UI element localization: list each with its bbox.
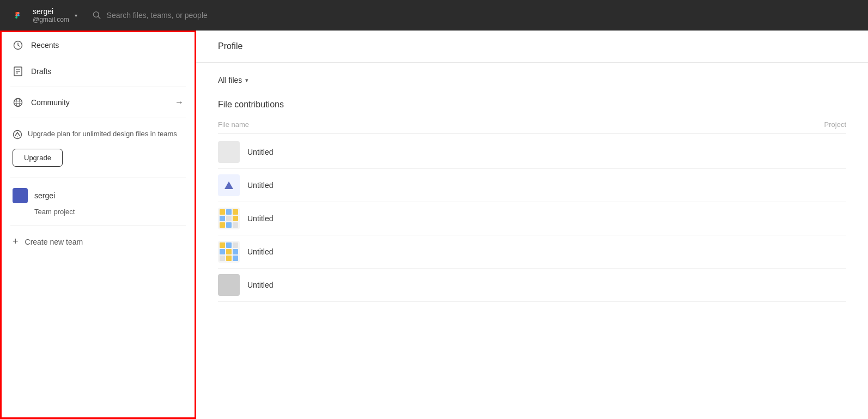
username-label: sergei (33, 7, 69, 16)
plus-icon: + (13, 236, 19, 247)
community-left: Community (13, 97, 70, 108)
col-filename-header: File name (218, 120, 249, 129)
sidebar-item-drafts[interactable]: Drafts (2, 58, 195, 84)
team-avatar (13, 188, 28, 203)
community-arrow-icon: → (175, 98, 184, 107)
upgrade-text-content: Upgrade plan for unlimited design files … (28, 129, 177, 139)
table-row[interactable]: Untitled (218, 202, 846, 235)
figma-logo (9, 7, 26, 24)
drafts-label: Drafts (31, 67, 51, 76)
profile-title: Profile (218, 41, 242, 51)
upgrade-icon (13, 129, 22, 142)
file-table-header: File name Project (218, 120, 846, 133)
file-thumbnail (218, 274, 240, 296)
file-thumbnail (218, 241, 240, 263)
clock-icon (13, 40, 23, 51)
file-name-label: Untitled (247, 214, 273, 223)
team-name-label: sergei (34, 191, 55, 200)
search-input[interactable] (107, 11, 851, 20)
sidebar-item-recents[interactable]: Recents (2, 32, 195, 58)
divider-2 (10, 118, 186, 118)
svg-line-1 (98, 16, 100, 18)
sidebar: Recents Drafts (0, 31, 196, 419)
draft-icon (13, 66, 23, 77)
divider-1 (10, 87, 186, 87)
file-info: Untitled (218, 208, 273, 229)
svg-point-8 (16, 99, 20, 107)
triangle-shape (224, 181, 233, 189)
file-name-label: Untitled (247, 148, 273, 156)
sidebar-item-community[interactable]: Community → (2, 89, 195, 116)
team-section: sergei Team project (2, 180, 195, 223)
user-chevron-icon: ▾ (75, 13, 77, 19)
all-files-filter[interactable]: All files ▾ (218, 76, 846, 84)
sidebar-item-team-project[interactable]: Team project (13, 208, 184, 216)
all-files-chevron-icon: ▾ (245, 77, 248, 84)
file-name-label: Untitled (247, 281, 273, 289)
col-project-header: Project (824, 120, 846, 129)
svg-point-7 (14, 99, 22, 107)
user-menu[interactable]: sergei @gmail.com ▾ (33, 7, 77, 23)
file-thumbnail (218, 174, 240, 196)
community-label: Community (31, 98, 70, 107)
table-row[interactable]: Untitled (218, 235, 846, 269)
upgrade-section: Upgrade plan for unlimited design files … (2, 120, 195, 175)
content-body: All files ▾ File contributions File name… (196, 63, 868, 315)
upgrade-description: Upgrade plan for unlimited design files … (13, 129, 184, 142)
file-info: Untitled (218, 274, 273, 296)
file-name-label: Untitled (247, 247, 273, 256)
divider-3 (10, 178, 186, 178)
search-bar[interactable] (84, 7, 859, 24)
file-thumbnail (218, 141, 240, 163)
table-row[interactable]: Untitled (218, 169, 846, 202)
search-icon (93, 11, 101, 20)
table-row[interactable]: Untitled (218, 269, 846, 302)
file-info: Untitled (218, 141, 273, 163)
upgrade-button[interactable]: Upgrade (13, 149, 63, 167)
profile-heading: Profile (196, 31, 868, 63)
file-name-label: Untitled (247, 181, 273, 190)
topbar: sergei @gmail.com ▾ (0, 0, 868, 31)
globe-icon (13, 97, 23, 108)
file-thumbnail (218, 208, 240, 229)
svg-point-11 (14, 131, 22, 139)
create-team-button[interactable]: + Create new team (2, 228, 195, 255)
recents-label: Recents (31, 41, 59, 50)
team-header[interactable]: sergei (13, 188, 184, 203)
all-files-label: All files (218, 76, 242, 84)
file-info: Untitled (218, 174, 273, 196)
content-area: Profile All files ▾ File contributions F… (196, 31, 868, 419)
main-layout: Recents Drafts (0, 31, 868, 419)
divider-4 (10, 226, 186, 226)
table-row[interactable]: Untitled (218, 136, 846, 169)
file-contributions-title: File contributions (218, 100, 846, 110)
user-email: @gmail.com (33, 16, 69, 23)
file-info: Untitled (218, 241, 273, 263)
create-team-label: Create new team (25, 238, 83, 246)
file-table: File name Project Untitled (218, 120, 846, 302)
